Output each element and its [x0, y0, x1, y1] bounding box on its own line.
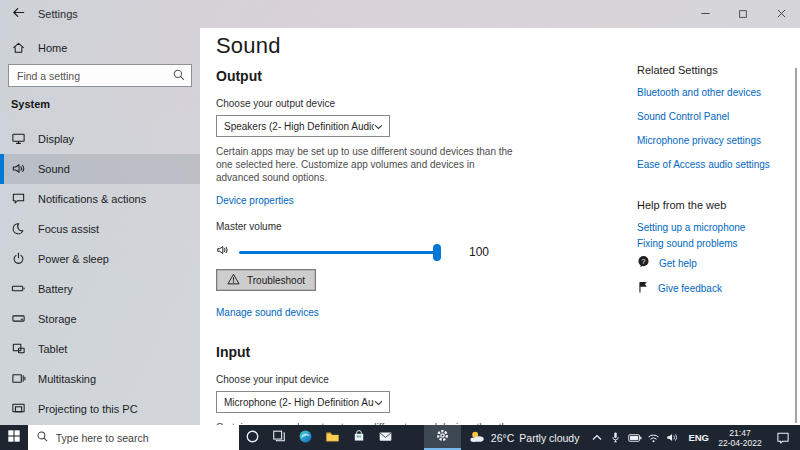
sidebar-item-label: Storage [38, 313, 77, 325]
store-icon [352, 429, 366, 446]
microphone-privacy-link[interactable]: Microphone privacy settings [637, 135, 800, 147]
give-feedback-row[interactable]: Give feedback [637, 279, 800, 297]
sidebar-section-label: System [11, 98, 50, 110]
sidebar-item-home[interactable]: Home [0, 36, 200, 60]
input-device-value: Microphone (2- High Definition Aud... [224, 397, 374, 408]
settings-window: Settings Home [0, 0, 800, 425]
sidebar-item-projecting[interactable]: Projecting to this PC [0, 394, 200, 424]
vertical-scrollbar[interactable] [795, 68, 797, 423]
output-description: Certain apps may be set up to use differ… [216, 145, 518, 184]
chevron-down-icon [374, 397, 382, 408]
sidebar-item-storage[interactable]: Storage [0, 304, 200, 334]
sound-icon [11, 161, 26, 178]
multitasking-icon [11, 371, 26, 388]
power-icon [11, 251, 26, 268]
gear-icon [435, 428, 450, 446]
settings-search-input[interactable] [8, 64, 192, 87]
master-volume-value: 100 [469, 245, 489, 259]
back-arrow-icon [11, 5, 26, 23]
window-title: Settings [38, 8, 78, 20]
feedback-icon [637, 279, 649, 297]
sidebar-item-notifications[interactable]: Notifications & actions [0, 184, 200, 214]
task-view-button[interactable] [265, 425, 292, 450]
master-volume-slider[interactable] [239, 251, 439, 254]
projecting-icon [11, 401, 26, 418]
mail-button[interactable] [372, 425, 399, 450]
weather-widget[interactable]: 26°C Partly cloudy [461, 425, 588, 450]
cortana-button[interactable] [239, 425, 266, 450]
sidebar-item-label: Battery [38, 283, 73, 295]
file-explorer-button[interactable] [319, 425, 346, 450]
maximize-icon [738, 7, 748, 22]
focus-assist-icon [11, 221, 26, 238]
window-controls [686, 0, 800, 28]
sidebar-item-sound[interactable]: Sound [0, 154, 200, 184]
file-explorer-icon [325, 429, 340, 447]
sidebar-item-label: Display [38, 133, 74, 145]
maximize-button[interactable] [724, 0, 762, 28]
battery-tray-icon[interactable] [627, 433, 642, 443]
settings-search [8, 64, 192, 87]
warning-icon [227, 273, 240, 287]
output-device-value: Speakers (2- High Definition Audio... [224, 121, 374, 132]
system-tray: ENG 21:47 22-04-2022 [587, 425, 800, 450]
start-button[interactable] [0, 425, 28, 450]
desktop-screen: Settings Home [0, 0, 800, 450]
weather-condition: Partly cloudy [519, 432, 579, 444]
sidebar-item-label: Focus assist [38, 223, 99, 235]
edge-browser-button[interactable] [292, 425, 319, 450]
clock[interactable]: 21:47 22-04-2022 [716, 428, 764, 448]
close-button[interactable] [762, 0, 800, 28]
ease-of-access-audio-link[interactable]: Ease of Access audio settings [637, 159, 800, 171]
settings-taskbar-button[interactable] [424, 425, 461, 450]
taskbar-search[interactable] [28, 425, 239, 450]
taskbar-search-input[interactable] [56, 432, 239, 444]
search-icon [36, 429, 49, 447]
troubleshoot-button[interactable]: Troubleshoot [216, 269, 316, 291]
tray-chevron-up-icon[interactable] [589, 434, 604, 441]
get-help-row[interactable]: ? Get help [637, 254, 800, 272]
sidebar-item-label: Notifications & actions [38, 193, 146, 205]
volume-tray-icon[interactable] [665, 432, 680, 443]
minimize-button[interactable] [686, 0, 724, 28]
master-volume-slider-row: 100 [216, 243, 518, 261]
bluetooth-devices-link[interactable]: Bluetooth and other devices [637, 87, 800, 99]
volume-slider-thumb[interactable] [433, 244, 441, 261]
output-device-dropdown[interactable]: Speakers (2- High Definition Audio... [216, 115, 390, 137]
sidebar-nav: Display Sound Notifications & actions Fo… [0, 124, 200, 424]
input-device-label: Choose your input device [216, 374, 518, 386]
sound-control-panel-link[interactable]: Sound Control Panel [637, 111, 800, 123]
give-feedback-link[interactable]: Give feedback [658, 282, 722, 295]
setting-up-microphone-link[interactable]: Setting up a microphone [637, 222, 800, 234]
close-icon [776, 7, 787, 22]
sidebar-item-tablet[interactable]: Tablet [0, 334, 200, 364]
device-properties-link[interactable]: Device properties [216, 195, 294, 207]
notifications-icon [11, 191, 26, 208]
get-help-link[interactable]: Get help [659, 257, 697, 270]
clock-date: 22-04-2022 [716, 438, 764, 448]
sidebar-item-label: Sound [38, 163, 70, 175]
fixing-sound-problems-link[interactable]: Fixing sound problems [637, 238, 800, 250]
input-device-dropdown[interactable]: Microphone (2- High Definition Aud... [216, 391, 390, 413]
sidebar-item-display[interactable]: Display [0, 124, 200, 154]
output-device-label: Choose your output device [216, 98, 518, 110]
action-center-icon[interactable] [772, 431, 794, 444]
display-icon [11, 131, 26, 148]
wifi-tray-icon[interactable] [646, 433, 661, 443]
search-icon [172, 68, 186, 86]
page-title: Sound [216, 33, 518, 59]
sidebar-item-label: Tablet [38, 343, 67, 355]
sidebar-item-focus-assist[interactable]: Focus assist [0, 214, 200, 244]
sidebar-item-multitasking[interactable]: Multitasking [0, 364, 200, 394]
output-section-heading: Output [216, 68, 518, 85]
microsoft-store-button[interactable] [346, 425, 373, 450]
weather-icon [469, 430, 486, 446]
language-indicator[interactable]: ENG [688, 432, 709, 443]
sidebar-home-label: Home [38, 42, 67, 54]
microphone-tray-icon[interactable] [608, 431, 623, 444]
sidebar-item-battery[interactable]: Battery [0, 274, 200, 304]
sidebar-item-power-sleep[interactable]: Power & sleep [0, 244, 200, 274]
back-button[interactable] [0, 0, 36, 28]
manage-sound-devices-link[interactable]: Manage sound devices [216, 307, 319, 319]
sound-settings-pane: Sound Output Choose your output device S… [200, 28, 800, 425]
